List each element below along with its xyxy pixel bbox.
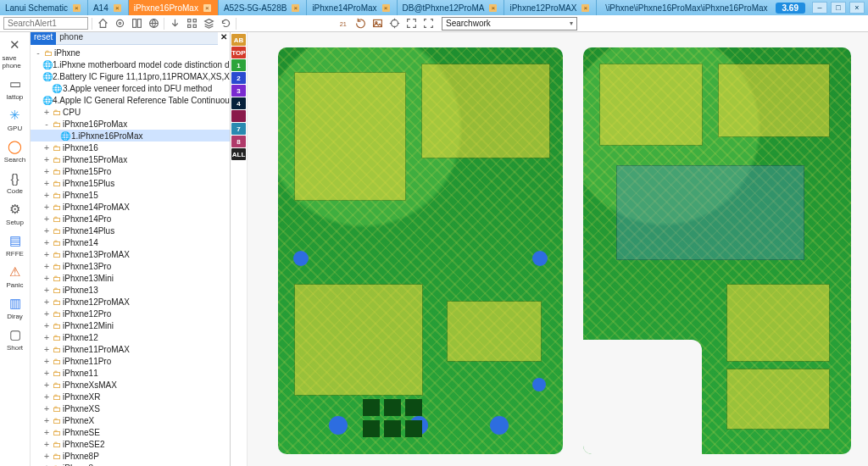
layer-4[interactable]: 4 (231, 97, 246, 109)
tab-a14[interactable]: A14× (88, 0, 129, 15)
tree-twist-icon[interactable]: + (42, 357, 51, 366)
tree-item[interactable]: -🗀iPhxne (31, 47, 230, 58)
tree-twist-icon[interactable]: + (42, 214, 51, 224)
tool-globe-icon[interactable] (147, 17, 160, 31)
tool-book-icon[interactable] (130, 17, 143, 31)
layer-7[interactable]: 7 (231, 123, 246, 135)
tree-item[interactable]: +🗀iPhxneXsMAX (31, 379, 230, 391)
dock-setup[interactable]: ⚙Setup (3, 200, 28, 226)
tree-reset[interactable]: reset (31, 32, 56, 45)
tree-twist-icon[interactable]: + (42, 179, 51, 188)
layer-2[interactable]: 2 (231, 72, 246, 84)
tool-layers-icon[interactable] (202, 17, 215, 31)
tree-twist-icon[interactable]: + (42, 463, 51, 467)
tab-iphxne14promax[interactable]: iPhxne14ProMax× (307, 0, 397, 15)
tree-twist-icon[interactable]: + (42, 333, 51, 342)
tree-item[interactable]: +🗀iPhxne14Pro (31, 213, 230, 225)
tree-item[interactable]: +🗀iPhxne13Pro (31, 260, 230, 272)
tree-item[interactable]: +🗀iPhxne12 (31, 331, 230, 343)
tree-twist-icon[interactable]: + (42, 404, 51, 413)
layer-ALL[interactable]: ALL (231, 148, 246, 160)
dock-diray[interactable]: ▥Diray (3, 294, 28, 320)
tab-close-icon[interactable]: × (581, 4, 589, 12)
tree-item[interactable]: +🗀iPhxneX (31, 414, 230, 426)
dock-gpu[interactable]: ✳GPU (3, 106, 28, 132)
tree-item[interactable]: 🌐1.iPhxne16ProMax (31, 130, 230, 141)
tree-twist-icon[interactable]: + (42, 262, 51, 271)
tool-corners-icon[interactable] (421, 17, 435, 31)
tree-twist-icon[interactable]: + (42, 167, 51, 176)
tab-iphxne16promax[interactable]: iPhxne16ProMax× (129, 0, 219, 15)
tree-twist-icon[interactable]: + (42, 309, 51, 319)
tool-down-icon[interactable] (168, 17, 181, 31)
tool-fullscreen-icon[interactable] (404, 17, 418, 31)
tree-item[interactable]: +🗀iPhxneSE (31, 426, 230, 438)
tree-twist-icon[interactable]: + (42, 440, 51, 449)
tab-close-icon[interactable]: × (292, 4, 299, 12)
tool-rotate-icon[interactable] (353, 17, 367, 31)
tree-twist-icon[interactable]: + (42, 428, 51, 437)
tree-item[interactable]: +🗀iPhxne12Pro (31, 308, 230, 319)
tree-twist-icon[interactable]: + (42, 452, 51, 461)
layer-AB[interactable]: AB (231, 34, 246, 46)
tab-close-icon[interactable]: × (114, 4, 121, 12)
tool-image-icon[interactable] (370, 17, 384, 31)
layer-1[interactable]: 1 (231, 59, 246, 71)
tree-item[interactable]: +🗀CPU (31, 106, 230, 118)
tree-twist-icon[interactable]: - (34, 48, 42, 58)
tree-item[interactable]: +🗀iPhxne11 (31, 367, 230, 379)
searchwork-combo[interactable]: Searchwork ▾ (442, 17, 577, 31)
window-maximize[interactable]: □ (831, 2, 846, 14)
window-close[interactable]: × (849, 2, 865, 14)
tree-twist-icon[interactable]: + (42, 226, 51, 236)
tab-close-icon[interactable]: × (489, 4, 497, 12)
tree-item[interactable]: +🗀iPhxne13ProMAX (31, 248, 230, 260)
tree-item[interactable]: +🗀iPhxne12ProMAX (31, 296, 230, 308)
tree-item[interactable]: 🌐4.Apple IC General Reference Table Cont… (31, 94, 230, 106)
tree-twist-icon[interactable]: + (42, 380, 51, 390)
tree-twist-icon[interactable]: + (42, 416, 51, 425)
tree-twist-icon[interactable]: + (42, 143, 51, 153)
tree-item[interactable]: +🗀iPhxne8 (31, 462, 230, 466)
tree-twist-icon[interactable]: + (42, 238, 51, 247)
dock-phone[interactable]: ✕save phone (3, 36, 28, 69)
dock-rffe[interactable]: ▤RFFE (3, 231, 28, 258)
layer-x[interactable] (231, 110, 246, 122)
tree-item[interactable]: +🗀iPhxne15ProMax (31, 153, 230, 165)
tree-twist-icon[interactable]: - (42, 119, 51, 129)
tree-twist-icon[interactable]: + (42, 369, 51, 378)
tool-target-icon[interactable] (113, 17, 126, 31)
tree-item[interactable]: +🗀iPhxneXR (31, 391, 230, 402)
tree-twist-icon[interactable]: + (42, 250, 51, 259)
tree-twist-icon[interactable]: + (42, 321, 51, 330)
tree-item[interactable]: +🗀iPhxne12Mini (31, 319, 230, 331)
tool-crosshair-icon[interactable] (387, 17, 401, 31)
dock-lattop[interactable]: ▭lattop (3, 75, 28, 101)
tree-item[interactable]: +🗀iPhxneXS (31, 402, 230, 414)
tree-item[interactable]: +🗀iPhxne14ProMAX (31, 201, 230, 213)
tab-close-icon[interactable]: × (73, 4, 81, 12)
tree-item[interactable]: +🗀iPhxne14 (31, 236, 230, 248)
tool-home-icon[interactable] (96, 17, 109, 31)
tab-close-icon[interactable]: × (382, 4, 390, 12)
layer-3[interactable]: 3 (231, 85, 246, 97)
tree-item[interactable]: +🗀iPhxne16 (31, 141, 230, 153)
tree-item[interactable]: 🌐3.Apple veneer forced into DFU method (31, 82, 230, 94)
dock-short[interactable]: ▢Short (3, 325, 28, 352)
window-minimize[interactable]: – (812, 2, 827, 14)
tab-a52s5ga528b[interactable]: A52S-5G-A528B× (219, 0, 308, 15)
tab-lanuischematic[interactable]: Lanui Schematic× (0, 0, 88, 15)
board-canvas[interactable]: ĐIỆN VIỄN TH VIỄN TH TH (248, 32, 868, 466)
tree-twist-icon[interactable]: + (42, 297, 51, 307)
tool-refresh-icon[interactable] (219, 17, 232, 31)
tree-item[interactable]: +🗀iPhxneSE2 (31, 438, 230, 450)
tree-item[interactable]: +🗀iPhxne15Pro (31, 165, 230, 177)
tree-item[interactable]: +🗀iPhxne15Plus (31, 177, 230, 189)
tree-twist-icon[interactable]: + (42, 392, 51, 402)
tree-twist-icon[interactable]: + (42, 191, 51, 200)
tree-item[interactable]: +🗀iPhxne11ProMAX (31, 343, 230, 355)
tree-item[interactable]: +🗀iPhxne13Mini (31, 272, 230, 284)
tree-item[interactable]: +🗀iPhxne14Plus (31, 225, 230, 236)
tree-twist-icon[interactable]: + (42, 274, 51, 283)
tree-item[interactable]: +🗀iPhxne11Pro (31, 355, 230, 367)
